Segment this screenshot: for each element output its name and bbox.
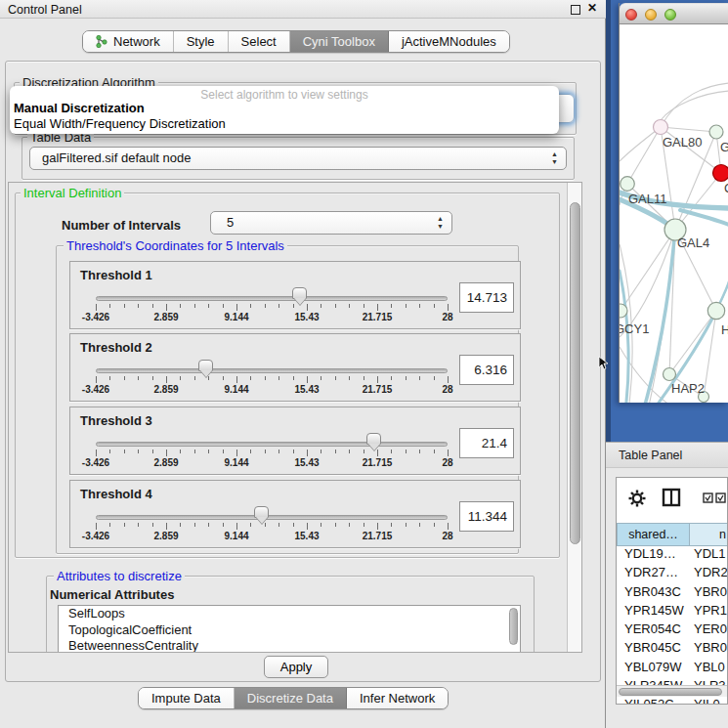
checkboxes-icon[interactable]: [703, 492, 728, 503]
threshold-slider[interactable]: -3.4262.8599.14415.4321.71528: [96, 262, 448, 330]
slider-track[interactable]: [96, 368, 448, 373]
node-gal80[interactable]: [654, 120, 668, 135]
slider-thumb[interactable]: [254, 506, 269, 518]
table-horizontal-scrollbar[interactable]: [617, 685, 727, 697]
node-gcy1[interactable]: [620, 304, 627, 318]
table-row[interactable]: YIL052CYIL0: [617, 697, 728, 705]
tab-jactivemnodules[interactable]: jActiveMNodules: [389, 31, 509, 52]
tick-mark: [377, 450, 378, 456]
tab-label: Infer Network: [360, 691, 435, 706]
node-h[interactable]: [707, 302, 724, 319]
interval-definition-label: Interval Definition: [21, 186, 124, 200]
table-panel-area: shared… n YDL19…YDL1YDR27…YDR2YBR043CYBR…: [606, 468, 728, 728]
threshold-value-field[interactable]: 6.316: [459, 355, 514, 385]
slider-track[interactable]: [96, 515, 448, 520]
table-row[interactable]: YPR145WYPR1: [617, 603, 728, 621]
numerical-attributes-list[interactable]: SelfLoopsTopologicalCoefficientBetweenne…: [58, 605, 521, 653]
threshold-slider[interactable]: -3.4262.8599.14415.4321.71528: [96, 334, 448, 403]
threshold-value-field[interactable]: 11.344: [459, 501, 514, 532]
tick-mark: [391, 304, 392, 308]
slider-tick-labels: -3.4262.8599.14415.4321.71528: [96, 531, 448, 542]
apply-button[interactable]: Apply: [264, 656, 328, 678]
slider-thumb[interactable]: [198, 360, 213, 371]
tick-label: 2.859: [153, 312, 178, 322]
tick-mark: [96, 304, 97, 311]
float-window-icon[interactable]: [570, 4, 580, 15]
tab-cyni-toolbox[interactable]: Cyni Toolbox: [290, 31, 389, 52]
tick-mark: [335, 523, 336, 527]
tab-style[interactable]: Style: [174, 31, 229, 52]
tick-mark: [180, 376, 181, 380]
threshold-slider[interactable]: -3.4262.8599.14415.4321.71528: [96, 407, 448, 476]
node-hap2[interactable]: [664, 368, 676, 381]
threshold-panel-1: Threshold 1 -3.4262.8599.14415.4321.7152…: [69, 261, 521, 329]
node-top-right[interactable]: [709, 125, 723, 139]
close-icon[interactable]: ✕: [587, 1, 598, 12]
popup-option-manual-discretization[interactable]: Manual Discretization: [14, 101, 555, 115]
tick-label: 15.43: [294, 312, 319, 322]
mac-close-icon[interactable]: [625, 9, 637, 21]
mac-zoom-icon[interactable]: [664, 9, 676, 21]
tick-mark: [335, 376, 336, 380]
tick-mark: [434, 523, 435, 527]
combo-stepper-icon: ▲▼: [550, 150, 559, 166]
column-header-shared-name[interactable]: shared…: [617, 523, 690, 546]
threshold-value-field[interactable]: 21.4: [459, 428, 514, 458]
popup-hint-text: Select algorithm to view settings: [10, 88, 559, 102]
table-row[interactable]: YBR043CYBR0: [617, 584, 728, 603]
column-header-name[interactable]: n: [690, 523, 728, 546]
cell-name: YPR1: [690, 603, 728, 621]
tick-mark: [434, 304, 435, 308]
number-of-intervals-spinner[interactable]: 5 ▲▼: [210, 211, 452, 235]
top-tab-bar: NetworkStyleSelectCyni ToolboxjActiveMNo…: [82, 30, 510, 53]
tick-mark: [377, 523, 378, 530]
tick-mark: [265, 304, 266, 308]
gear-icon[interactable]: [628, 490, 646, 507]
table-row[interactable]: YDR27…YDR2: [617, 565, 728, 583]
panel-scrollbar-thumb[interactable]: [570, 202, 580, 544]
threshold-value-field[interactable]: 14.713: [459, 282, 514, 313]
popup-option-equal-width-frequency[interactable]: Equal Width/Frequency Discretization: [14, 116, 555, 131]
tick-mark: [364, 523, 364, 527]
tick-mark: [223, 376, 224, 380]
tab-network[interactable]: Network: [83, 31, 174, 52]
tick-mark: [321, 376, 321, 380]
attribute-item[interactable]: TopologicalCoefficient: [59, 622, 520, 639]
threshold-panel-2: Threshold 2 -3.4262.8599.14415.4321.7152…: [69, 333, 521, 402]
network-canvas[interactable]: GAL80GCGAL11GAL4GCY1HHAP2: [620, 24, 728, 403]
tick-mark: [278, 523, 279, 527]
threshold-slider[interactable]: -3.4262.8599.14415.4321.71528: [96, 481, 448, 549]
tick-mark: [448, 523, 449, 530]
split-columns-icon[interactable]: [662, 488, 681, 507]
panel-vertical-scrollbar[interactable]: [567, 183, 581, 653]
network-window-titlebar[interactable]: [620, 3, 728, 24]
slider-track[interactable]: [96, 296, 448, 301]
node-red[interactable]: [713, 165, 728, 182]
table-row[interactable]: YDL19…YDL1: [617, 546, 728, 565]
attributes-scrollbar-thumb[interactable]: [509, 608, 518, 645]
mac-minimize-icon[interactable]: [645, 9, 657, 21]
tick-mark: [321, 523, 321, 527]
tab-select[interactable]: Select: [229, 31, 290, 52]
tab-impute-data[interactable]: Impute Data: [139, 688, 235, 708]
node-gal11[interactable]: [621, 177, 635, 192]
tick-mark: [138, 450, 139, 453]
slider-thumb[interactable]: [292, 287, 307, 299]
node-label-h: H: [721, 322, 728, 337]
tick-mark: [124, 376, 125, 380]
table-data-combobox[interactable]: galFiltered.sif default node ▲▼: [29, 147, 567, 170]
table-row[interactable]: YER054CYER0: [617, 621, 728, 640]
slider-track[interactable]: [96, 442, 448, 447]
table-row[interactable]: YBL079WYBL0: [617, 660, 728, 678]
attribute-item[interactable]: SelfLoops: [59, 606, 520, 622]
tick-mark: [124, 450, 125, 453]
tab-discretize-data[interactable]: Discretize Data: [235, 688, 347, 708]
tick-mark: [236, 376, 237, 383]
table-hscrollbar-thumb[interactable]: [619, 688, 722, 696]
tick-mark: [278, 304, 279, 308]
slider-thumb[interactable]: [366, 433, 381, 445]
tick-mark: [194, 450, 195, 453]
attribute-item[interactable]: BetweennessCentrality: [59, 638, 520, 653]
tab-infer-network[interactable]: Infer Network: [347, 688, 448, 708]
table-row[interactable]: YBR045CYBR0: [617, 640, 728, 659]
